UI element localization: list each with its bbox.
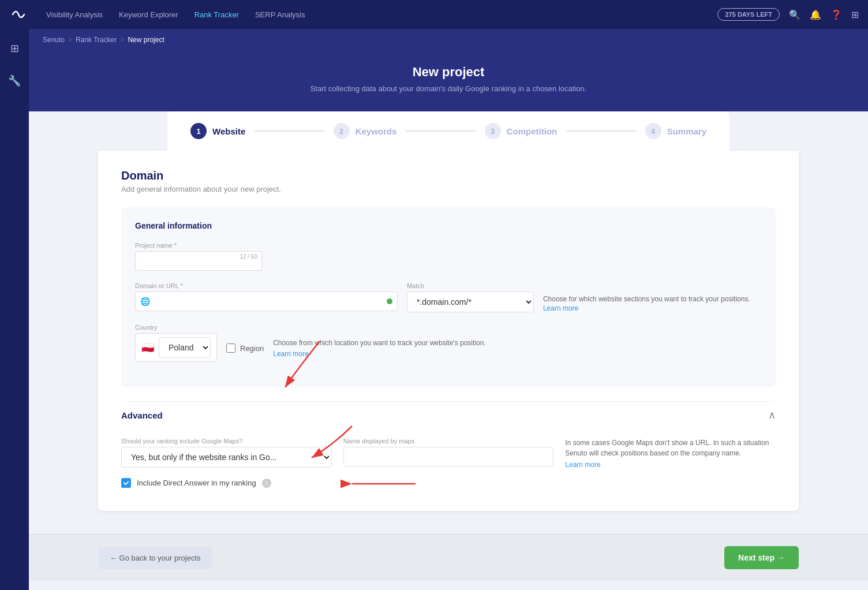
step-4-number: 4 bbox=[645, 123, 661, 139]
form-area: 1 Website 2 Keywords 3 Competition 4 Sum… bbox=[29, 111, 868, 534]
step-3-number: 3 bbox=[485, 123, 501, 139]
country-group: Country 🇵🇱 Poland bbox=[135, 324, 217, 362]
page-subtitle: Start collecting data about your domain'… bbox=[38, 84, 859, 93]
country-label: Country bbox=[135, 324, 217, 331]
step-line-1 bbox=[255, 130, 324, 132]
direct-answer-info-icon[interactable]: i bbox=[262, 479, 271, 488]
breadcrumb: Senuto > Rank Tracker > New project bbox=[29, 29, 868, 51]
maps-help-text: In some cases Google Maps don't show a U… bbox=[565, 438, 776, 458]
step-line-3 bbox=[566, 130, 635, 132]
maps-help-group: In some cases Google Maps don't show a U… bbox=[565, 438, 776, 469]
maps-name-group: Name displayed by maps Senuto bbox=[343, 438, 554, 466]
region-checkbox[interactable]: Region bbox=[226, 330, 264, 353]
step-1-label: Website bbox=[212, 126, 245, 136]
step-keywords[interactable]: 2 Keywords bbox=[334, 123, 397, 139]
step-website[interactable]: 1 Website bbox=[190, 123, 245, 139]
breadcrumb-senuto[interactable]: Senuto bbox=[43, 36, 65, 44]
top-navigation: Visibility Analysis Keyword Explorer Ran… bbox=[0, 0, 868, 29]
match-help-link[interactable]: Learn more bbox=[543, 304, 762, 312]
step-line-2 bbox=[406, 130, 475, 132]
app-logo[interactable] bbox=[9, 5, 28, 24]
poland-flag-icon: 🇵🇱 bbox=[141, 341, 154, 354]
step-4-label: Summary bbox=[667, 126, 706, 136]
project-name-label: Project name * bbox=[135, 242, 262, 249]
country-select[interactable]: Poland bbox=[159, 337, 211, 358]
bottom-bar: ← Go back to your projects Next step → bbox=[29, 534, 868, 581]
steps-bar: 1 Website 2 Keywords 3 Competition 4 Sum… bbox=[167, 111, 729, 151]
layout: ⊞ 🔧 Senuto > Rank Tracker > New project … bbox=[0, 29, 868, 590]
advanced-section: Advanced ∧ Should your ranking include G… bbox=[121, 401, 776, 492]
nav-keyword-explorer[interactable]: Keyword Explorer bbox=[112, 7, 185, 23]
grid-icon[interactable]: ⊞ bbox=[851, 9, 859, 20]
general-info-box: General information Project name * Compa… bbox=[121, 207, 776, 387]
direct-answer-label: Include Direct Answer in my ranking bbox=[137, 479, 256, 487]
nav-rank-tracker[interactable]: Rank Tracker bbox=[188, 7, 246, 23]
advanced-title: Advanced bbox=[121, 410, 163, 420]
maps-name-label: Name displayed by maps bbox=[343, 438, 554, 445]
domain-input-wrapper: 🌐 senuto.com bbox=[135, 292, 398, 311]
step-competition[interactable]: 3 Competition bbox=[485, 123, 558, 139]
location-help-text: Choose from which location you want to t… bbox=[273, 338, 762, 348]
country-row: Country 🇵🇱 Poland Region bbox=[135, 324, 762, 362]
section-title: Domain bbox=[121, 169, 776, 182]
domain-input[interactable]: senuto.com bbox=[154, 292, 387, 311]
match-help-text: Choose for which website sections you wa… bbox=[543, 294, 762, 304]
page-title: New project bbox=[38, 65, 859, 80]
maps-row: Should your ranking include Google Maps?… bbox=[121, 438, 776, 469]
arrow-annotation-3 bbox=[341, 475, 421, 492]
project-name-row: Project name * Company blog 12 / 60 bbox=[135, 242, 762, 271]
trial-badge: 275 DAYS LEFT bbox=[717, 8, 780, 21]
sidebar-tool-icon[interactable]: 🔧 bbox=[4, 70, 25, 91]
nav-links: Visibility Analysis Keyword Explorer Ran… bbox=[39, 7, 713, 23]
domain-group: Domain or URL * 🌐 senuto.com bbox=[135, 282, 398, 311]
maps-select-group: Should your ranking include Google Maps?… bbox=[121, 438, 332, 468]
help-icon[interactable]: ❓ bbox=[830, 9, 842, 20]
location-help: Choose from which location you want to t… bbox=[273, 324, 762, 359]
page-header: New project Start collecting data about … bbox=[29, 51, 868, 111]
country-select-wrapper: 🇵🇱 Poland bbox=[135, 333, 217, 362]
globe-icon: 🌐 bbox=[140, 297, 150, 306]
maps-label: Should your ranking include Google Maps? bbox=[121, 438, 332, 445]
domain-label: Domain or URL * bbox=[135, 282, 398, 289]
breadcrumb-rank-tracker[interactable]: Rank Tracker bbox=[76, 36, 117, 44]
maps-ranking-select[interactable]: Yes, but only if the website ranks in Go… bbox=[121, 447, 332, 468]
main-content: Senuto > Rank Tracker > New project New … bbox=[29, 29, 868, 590]
step-2-number: 2 bbox=[334, 123, 350, 139]
step-3-label: Competition bbox=[507, 126, 558, 136]
general-info-title: General information bbox=[135, 221, 762, 230]
region-checkbox-input[interactable] bbox=[226, 343, 235, 353]
back-button[interactable]: ← Go back to your projects bbox=[98, 547, 212, 569]
sidebar: ⊞ 🔧 bbox=[0, 29, 29, 590]
top-nav-right: 275 DAYS LEFT 🔍 🔔 ❓ ⊞ bbox=[717, 8, 859, 21]
step-summary[interactable]: 4 Summary bbox=[645, 123, 706, 139]
region-label: Region bbox=[240, 344, 264, 353]
form-card: Domain Add general information about you… bbox=[98, 151, 799, 511]
match-label: Match bbox=[407, 282, 534, 289]
location-help-link[interactable]: Learn more bbox=[273, 350, 308, 358]
match-group: Match *.domain.com/* bbox=[407, 282, 534, 312]
advanced-content: Should your ranking include Google Maps?… bbox=[121, 428, 776, 492]
sidebar-grid-icon[interactable]: ⊞ bbox=[4, 38, 25, 59]
bell-icon[interactable]: 🔔 bbox=[810, 9, 821, 20]
chevron-up-icon: ∧ bbox=[768, 409, 776, 421]
section-subtitle: Add general information about your new p… bbox=[121, 185, 776, 193]
nav-serp-analysis[interactable]: SERP Analysis bbox=[248, 7, 312, 23]
search-icon[interactable]: 🔍 bbox=[789, 9, 800, 20]
maps-name-input[interactable]: Senuto bbox=[343, 447, 554, 466]
next-step-button[interactable]: Next step → bbox=[724, 546, 799, 569]
match-select[interactable]: *.domain.com/* bbox=[407, 292, 534, 312]
nav-visibility-analysis[interactable]: Visibility Analysis bbox=[39, 7, 110, 23]
match-help-group: Choose for which website sections you wa… bbox=[543, 282, 762, 312]
domain-valid-indicator bbox=[387, 298, 392, 304]
maps-help-link[interactable]: Learn more bbox=[565, 461, 776, 469]
domain-row: Domain or URL * 🌐 senuto.com Match *.dom… bbox=[135, 282, 762, 312]
advanced-header[interactable]: Advanced ∧ bbox=[121, 401, 776, 428]
project-name-group: Project name * Company blog 12 / 60 bbox=[135, 242, 262, 271]
step-2-label: Keywords bbox=[356, 126, 397, 136]
step-1-number: 1 bbox=[190, 123, 207, 139]
breadcrumb-current: New project bbox=[128, 36, 164, 44]
direct-answer-row: Include Direct Answer in my ranking i bbox=[121, 478, 776, 488]
direct-answer-checkbox[interactable] bbox=[121, 478, 131, 488]
char-count: 12 / 60 bbox=[240, 253, 257, 260]
